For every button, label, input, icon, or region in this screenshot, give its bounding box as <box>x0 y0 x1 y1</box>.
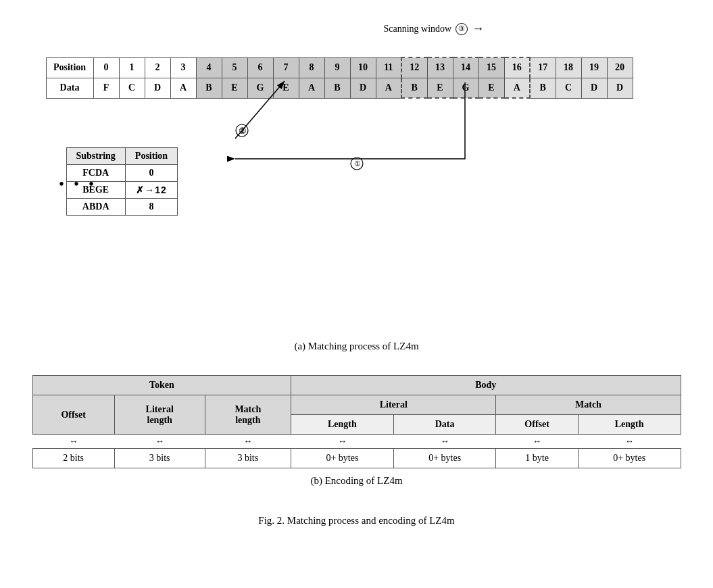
scanning-window-text: Scanning window <box>384 24 452 34</box>
match-header: Match <box>496 395 681 415</box>
lit-length-value: 0+ bytes <box>291 449 394 468</box>
literal-length-header: Literallength <box>114 395 205 435</box>
fig-caption: Fig. 2. Matching process and encoding of… <box>258 515 454 526</box>
offset-header: Offset <box>32 395 114 435</box>
match-len-value: 3 bits <box>205 449 291 468</box>
header-row-1: Token Body <box>32 376 681 395</box>
match-length-sub: Length <box>578 415 681 435</box>
position-header: Position <box>46 57 93 78</box>
svg-text:①: ① <box>354 160 361 168</box>
data-header: Data <box>46 78 93 98</box>
position-data-table: Position 0 1 2 3 4 5 6 7 8 9 10 11 12 13… <box>46 57 633 99</box>
substring-header: Substring <box>66 148 125 165</box>
position-abda: 8 <box>125 199 177 216</box>
literal-header: Literal <box>291 395 496 415</box>
match-length-header: Matchlength <box>205 395 291 435</box>
scanning-window-label: Scanning window ③ → <box>384 22 485 36</box>
arrow-row: ↔ ↔ ↔ ↔ ↔ ↔ ↔ <box>32 435 681 449</box>
part-b: Token Body Offset Literallength Matchlen… <box>32 375 681 503</box>
match-offset-value: 1 byte <box>496 449 578 468</box>
part-a: Scanning window ③ → Position 0 1 2 3 4 5… <box>26 20 688 368</box>
match-length-value: 0+ bytes <box>578 449 681 468</box>
position-row: Position 0 1 2 3 4 5 6 7 8 9 10 11 12 13… <box>46 57 633 78</box>
lit-length-sub: Length <box>291 415 394 435</box>
data-row: Data F C D A B E G E A B D A B E G E A B… <box>46 78 633 98</box>
lit-data-sub: Data <box>393 415 496 435</box>
lit-data-value: 0+ bytes <box>393 449 496 468</box>
dots: • • • <box>59 176 172 192</box>
match-offset-sub: Offset <box>496 415 578 435</box>
scanning-arrow-right: → <box>472 22 484 36</box>
part-a-caption: (a) Matching process of LZ4m <box>26 341 688 352</box>
header-row-2: Offset Literallength Matchlength Literal… <box>32 395 681 415</box>
lit-len-value: 3 bits <box>114 449 205 468</box>
position-col-header: Position <box>125 148 177 165</box>
encoding-table: Token Body Offset Literallength Matchlen… <box>32 375 681 468</box>
part-b-caption: (b) Encoding of LZ4m <box>32 475 681 487</box>
svg-text:②: ② <box>239 126 247 136</box>
svg-point-6 <box>351 157 363 170</box>
substring-abda: ABDA <box>66 199 125 216</box>
svg-point-4 <box>236 124 248 137</box>
svg-text:②: ② <box>239 126 246 134</box>
offset-value: 2 bits <box>32 449 114 468</box>
value-row: 2 bits 3 bits 3 bits 0+ bytes 0+ bytes 1… <box>32 449 681 468</box>
token-header: Token <box>32 376 291 395</box>
circle-3: ③ <box>456 23 468 35</box>
body-header: Body <box>291 376 681 395</box>
